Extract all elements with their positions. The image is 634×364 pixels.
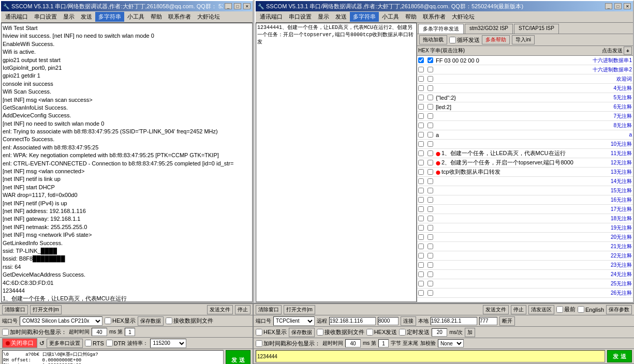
right-menu-serial-settings[interactable]: 串口设置: [286, 12, 315, 22]
right-maximize-btn[interactable]: □: [614, 3, 622, 9]
right-save-data-btn[interactable]: 保存数据: [289, 328, 315, 337]
right-menu-multi-char[interactable]: 多字符串: [350, 12, 379, 22]
right-recv-file-label[interactable]: 接收数据到文件: [317, 328, 364, 336]
right-page-input[interactable]: [378, 339, 389, 347]
ms-row-checkbox[interactable]: [418, 132, 424, 138]
ms-row-checkbox[interactable]: [418, 104, 424, 110]
right-send-file-btn[interactable]: 发送文件: [483, 305, 509, 314]
right-send-input[interactable]: [256, 350, 605, 362]
ms-row-hex-checkbox[interactable]: [427, 281, 433, 286]
ms-row-hex-checkbox[interactable]: [427, 67, 433, 72]
ms-row-checkbox[interactable]: [418, 216, 424, 221]
right-remote-ip-input[interactable]: [329, 317, 376, 325]
right-port-select[interactable]: TCPClient: [273, 316, 315, 326]
ms-row-hex-checkbox[interactable]: [427, 290, 433, 296]
ms-row-hex-checkbox[interactable]: [427, 95, 433, 100]
ms-row-checkbox[interactable]: [418, 113, 424, 119]
ms-row-label[interactable]: 欢迎词: [586, 75, 633, 83]
right-hex-display-checkbox[interactable]: [256, 329, 262, 336]
ms-row-label[interactable]: 24无注释: [586, 271, 633, 278]
left-send-textarea[interactable]: [2, 350, 224, 364]
right-recv-file-checkbox[interactable]: [317, 329, 323, 336]
right-minimize-btn[interactable]: _: [605, 3, 612, 9]
ms-row-hex-checkbox[interactable]: [427, 178, 433, 184]
menu-help[interactable]: 帮助: [148, 12, 165, 22]
ms-row-hex-checkbox[interactable]: [427, 160, 433, 165]
right-local-port-input[interactable]: [479, 317, 497, 325]
ms-row-label[interactable]: 26无注释: [586, 290, 633, 297]
ms-row-hex-checkbox[interactable]: [427, 141, 433, 147]
ms-row-hex-checkbox[interactable]: [427, 225, 433, 231]
ms-row-hex-checkbox[interactable]: [427, 216, 433, 221]
more-settings-btn[interactable]: 更多串口设置: [47, 339, 83, 348]
left-stop-btn[interactable]: 停止: [235, 305, 250, 314]
drag-load-btn[interactable]: 拖动加载: [419, 35, 447, 44]
left-minimize-btn[interactable]: _: [225, 3, 232, 9]
right-last-checkbox[interactable]: [556, 306, 563, 313]
right-clear-send-btn[interactable]: 清发送区: [528, 305, 554, 314]
ms-row-hex-checkbox[interactable]: [427, 76, 433, 82]
tab-stm32[interactable]: stm32/GD32 ISP: [465, 24, 513, 34]
ms-row-checkbox[interactable]: [418, 253, 424, 259]
right-timed-send-checkbox[interactable]: [399, 329, 406, 336]
ms-row-hex-checkbox[interactable]: [427, 169, 433, 175]
ms-row-checkbox[interactable]: [418, 262, 424, 268]
left-clear-btn[interactable]: 清除窗口: [2, 305, 28, 314]
right-disconnect-btn[interactable]: 断开: [499, 316, 515, 326]
menu-display[interactable]: 显示: [60, 12, 78, 22]
menu-comm-port[interactable]: 通讯端口: [2, 12, 31, 22]
left-rts-label[interactable]: RTS: [85, 340, 104, 346]
menu-forum[interactable]: 大虾论坛: [194, 12, 223, 22]
right-timed-input[interactable]: [432, 328, 447, 337]
left-timeout-input[interactable]: [92, 328, 107, 336]
ms-row-checkbox[interactable]: [418, 206, 424, 212]
ms-row-checkbox[interactable]: [418, 169, 424, 175]
left-save-data-btn[interactable]: 保存数据: [138, 316, 164, 326]
ms-row-hex-checkbox[interactable]: [427, 113, 433, 119]
right-last-label[interactable]: 最前: [556, 306, 576, 313]
left-hex-display-label[interactable]: HEX显示: [105, 317, 136, 325]
ms-row-hex-checkbox[interactable]: [427, 234, 433, 240]
right-add-btn[interactable]: 加: [465, 328, 475, 337]
ms-row-label[interactable]: 13无注释: [586, 169, 633, 176]
ms-row-label[interactable]: 21无注释: [586, 243, 633, 250]
left-close-port-btn[interactable]: 关闭串口: [2, 338, 37, 348]
plus-button[interactable]: +: [624, 47, 632, 55]
ms-row-hex-checkbox[interactable]: [427, 197, 433, 203]
right-send-btn[interactable]: 发 送: [607, 350, 632, 362]
left-rts-checkbox[interactable]: [85, 340, 92, 346]
import-ini-btn[interactable]: 导入ini: [512, 35, 535, 44]
ms-row-checkbox[interactable]: [418, 85, 424, 91]
left-recv-file-checkbox[interactable]: [166, 317, 172, 324]
ms-row-checkbox[interactable]: [418, 150, 424, 156]
left-open-file-btn[interactable]: 打开文件|m: [30, 305, 62, 314]
ms-row-hex-checkbox[interactable]: [427, 85, 433, 91]
left-port-select[interactable]: COM32 Silicon Labs CP210x: [20, 316, 102, 326]
ms-row-label[interactable]: 16无注释: [586, 196, 633, 204]
right-hex-display-label[interactable]: HEX显示: [256, 328, 287, 336]
ms-row-checkbox[interactable]: [418, 234, 424, 240]
ms-row-hex-checkbox[interactable]: [427, 262, 433, 268]
left-dtr-checkbox[interactable]: [106, 340, 113, 346]
loop-send-label[interactable]: 循环发送: [449, 36, 480, 44]
right-connect-btn[interactable]: 连接: [401, 316, 416, 326]
right-menu-forum[interactable]: 大虾论坛: [449, 12, 478, 22]
left-add-time-checkbox[interactable]: [2, 329, 9, 336]
right-timed-send-label[interactable]: 定时发送: [399, 328, 430, 336]
ms-row-label[interactable]: 17无注释: [586, 206, 633, 213]
tab-stc[interactable]: STC/IAP15 ISP: [514, 24, 559, 34]
ms-row-checkbox[interactable]: [418, 141, 424, 147]
right-clear-btn[interactable]: 清除窗口: [256, 305, 282, 314]
left-recv-file-label[interactable]: 接收数据到文件: [166, 317, 213, 325]
ms-row-hex-checkbox[interactable]: [427, 132, 433, 138]
multi-string-list[interactable]: FF 03 00 02 00 0十六进制数据串1十六进制数据串2欢迎词4无注释{…: [417, 56, 633, 302]
ms-row-label[interactable]: 6无注释: [586, 103, 633, 111]
ms-row-hex-checkbox[interactable]: [427, 206, 433, 212]
left-send-btn[interactable]: 发 送: [226, 350, 250, 364]
right-local-ip-input[interactable]: [431, 317, 477, 325]
menu-contact[interactable]: 联系作者: [165, 12, 194, 22]
ms-row-hex-checkbox[interactable]: [427, 271, 433, 277]
left-add-time-label[interactable]: 加时间戳和分包显示：: [2, 328, 67, 336]
right-hex-send-checkbox[interactable]: [366, 329, 373, 336]
ms-row-label[interactable]: 十六进制数据串1: [586, 57, 633, 64]
